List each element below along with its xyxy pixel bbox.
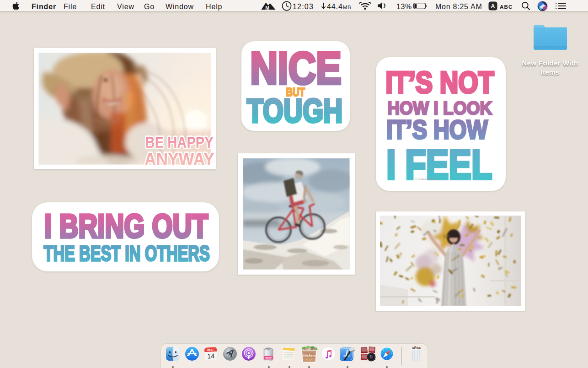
- svg-text:© Quotable Stickers: © Quotable Stickers: [415, 178, 438, 180]
- svg-text:I FEEL: I FEEL: [386, 141, 492, 188]
- svg-text:TOUGH: TOUGH: [247, 92, 342, 129]
- svg-text:I BRING OUT: I BRING OUT: [44, 208, 208, 244]
- svg-text:THE BEST IN OTHERS: THE BEST IN OTHERS: [44, 241, 210, 265]
- svg-text:M: M: [265, 5, 269, 10]
- svg-text:DEC: DEC: [207, 348, 214, 352]
- svg-text:IT’S NOT: IT’S NOT: [385, 65, 494, 99]
- svg-text:IT’S HOW: IT’S HOW: [386, 115, 488, 144]
- svg-text:*15%*: *15%*: [265, 356, 273, 359]
- svg-text:Stickers: Stickers: [302, 353, 316, 357]
- svg-text:ANYWAY: ANYWAY: [144, 149, 214, 169]
- svg-text:14: 14: [207, 352, 215, 360]
- svg-text:A: A: [491, 3, 495, 10]
